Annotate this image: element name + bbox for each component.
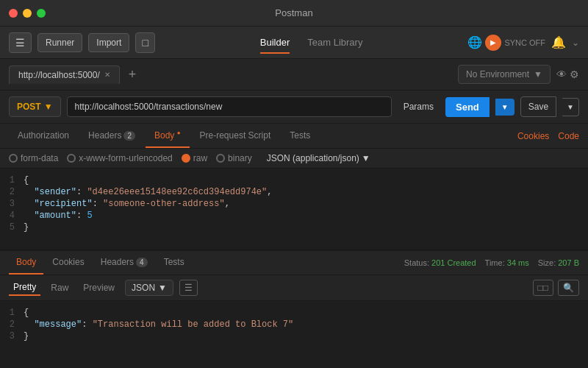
menu-chevron-icon[interactable]: ⌄ [572, 38, 579, 48]
import-button[interactable]: Import [88, 33, 129, 52]
runner-button[interactable]: Runner [37, 33, 82, 52]
env-chevron-icon: ▼ [534, 69, 542, 79]
cookies-link[interactable]: Cookies [517, 131, 549, 141]
binary-radio[interactable] [216, 154, 225, 163]
tab-tests[interactable]: Tests [281, 124, 319, 148]
new-tab-button[interactable]: □ [135, 32, 154, 53]
code-line: 2 "message": "Transaction will be added … [0, 319, 588, 330]
response-size: 207 B [558, 258, 579, 267]
preview-format-button[interactable]: Preview [79, 280, 119, 295]
add-tab-button[interactable]: + [126, 67, 140, 82]
raw-radio[interactable] [182, 154, 190, 163]
form-data-option[interactable]: form-data [9, 153, 58, 163]
status-code: 201 Created [431, 258, 476, 267]
save-dropdown-button[interactable]: ▼ [562, 98, 579, 116]
eye-icon[interactable]: 👁 [556, 68, 567, 80]
request-bar: POST ▼ Params Send ▼ Save ▼ [0, 91, 588, 124]
resp-tab-tests[interactable]: Tests [157, 251, 192, 275]
format-icon-button[interactable]: ☰ [179, 280, 198, 296]
sidebar-toggle-button[interactable]: ☰ [9, 32, 32, 53]
req-tabs: Authorization Headers2 Body ● Pre-reques… [0, 124, 588, 149]
urlencoded-radio[interactable] [67, 154, 76, 163]
top-nav: ☰ Runner Import □ Builder Team Library 🌐… [0, 26, 588, 59]
code-line: 2 "sender": "d4ee26eee15148ee92c6cd394ed… [0, 186, 588, 198]
request-body-editor[interactable]: 1 { 2 "sender": "d4ee26eee15148ee92c6cd3… [0, 169, 588, 250]
code-line: 3 "recipient": "someone-other-address", [0, 198, 588, 210]
search-response-button[interactable]: 🔍 [558, 280, 579, 296]
send-button[interactable]: Send [445, 97, 490, 117]
window-title: Postman [275, 7, 312, 18]
format-right-buttons: □□ 🔍 [533, 280, 580, 296]
binary-option[interactable]: binary [216, 153, 252, 163]
method-select[interactable]: POST ▼ [9, 96, 61, 117]
notification-bell-icon[interactable]: 🔔 [551, 35, 566, 49]
environment-select[interactable]: No Environment ▼ [458, 65, 551, 84]
url-input[interactable] [67, 96, 392, 117]
globe-icon: 🌐 [467, 35, 482, 49]
save-button[interactable]: Save [520, 96, 556, 117]
close-button[interactable] [9, 9, 18, 18]
body-options: form-data x-www-form-urlencoded raw bina… [0, 149, 588, 169]
sync-button[interactable]: 🌐 ▶ SYNC OFF [467, 35, 545, 51]
close-tab-icon[interactable]: ✕ [104, 71, 110, 79]
copy-response-button[interactable]: □□ [533, 280, 554, 296]
tab-team-library[interactable]: Team Library [307, 34, 362, 51]
code-line: 3 } [0, 330, 588, 342]
urlencoded-option[interactable]: x-www-form-urlencoded [67, 153, 172, 163]
minimize-button[interactable] [23, 9, 32, 18]
settings-icon[interactable]: ⚙ [570, 68, 579, 80]
code-line: 1 { [0, 307, 588, 319]
method-chevron-icon: ▼ [44, 102, 53, 112]
content-type-select[interactable]: JSON (application/json) ▼ [267, 153, 370, 163]
sync-status-icon: ▶ [485, 35, 501, 51]
resp-tab-headers[interactable]: Headers4 [93, 251, 155, 275]
tab-headers[interactable]: Headers2 [79, 124, 144, 148]
content-type-chevron-icon: ▼ [362, 153, 370, 163]
raw-option[interactable]: raw [182, 153, 207, 163]
title-bar: Postman [0, 0, 588, 26]
response-body-editor: 1 { 2 "message": "Transaction will be ad… [0, 301, 588, 348]
params-button[interactable]: Params [398, 97, 440, 116]
maximize-button[interactable] [37, 9, 46, 18]
response-status: Status: 201 Created Time: 34 ms Size: 20… [404, 258, 579, 267]
code-link[interactable]: Code [558, 131, 579, 141]
tab-body[interactable]: Body ● [146, 124, 190, 148]
response-tabs-bar: Body Cookies Headers4 Tests Status: 201 … [0, 251, 588, 275]
tab-pre-request[interactable]: Pre-request Script [191, 124, 280, 148]
req-tab-right: Cookies Code [517, 131, 579, 141]
form-data-radio[interactable] [9, 154, 18, 163]
traffic-lights [9, 9, 46, 18]
code-line: 1 { [0, 174, 588, 186]
response-format-bar: Pretty Raw Preview JSON ▼ ☰ □□ 🔍 [0, 275, 588, 301]
pretty-format-button[interactable]: Pretty [9, 280, 40, 296]
send-dropdown-button[interactable]: ▼ [495, 99, 514, 116]
url-tab[interactable]: http://localhost:5000/ ✕ [9, 66, 120, 84]
code-line: 4 "amount": 5 [0, 210, 588, 222]
nav-right: 🌐 ▶ SYNC OFF 🔔 ⌄ [467, 35, 579, 51]
code-line: 5 } [0, 222, 588, 233]
resp-tab-cookies[interactable]: Cookies [45, 251, 91, 275]
tab-builder[interactable]: Builder [260, 34, 290, 51]
resp-tab-body[interactable]: Body [9, 251, 43, 275]
format-type-select[interactable]: JSON ▼ [125, 280, 173, 296]
raw-format-button[interactable]: Raw [46, 280, 73, 295]
url-bar: http://localhost:5000/ ✕ + No Environmen… [0, 59, 588, 91]
response-section: Body Cookies Headers4 Tests Status: 201 … [0, 250, 588, 348]
format-chevron-icon: ▼ [158, 283, 167, 293]
tab-authorization[interactable]: Authorization [9, 124, 78, 148]
env-icons: 👁 ⚙ [556, 68, 579, 80]
response-time: 34 ms [507, 258, 529, 267]
nav-tabs: Builder Team Library [161, 34, 462, 51]
